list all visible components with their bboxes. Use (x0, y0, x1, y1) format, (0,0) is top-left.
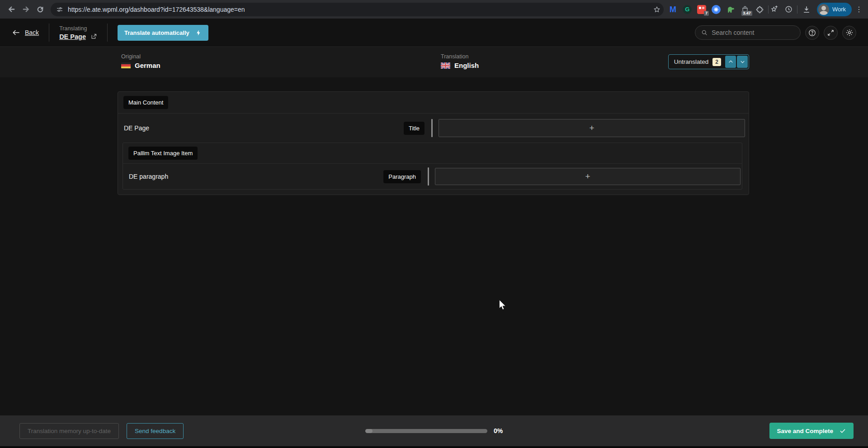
group-chip: Palllm Text Image Item (128, 147, 198, 160)
section-chip: Main Content (123, 96, 168, 109)
translating-block: Translating DE Page (59, 25, 97, 40)
german-flag-icon (121, 62, 131, 69)
search-input[interactable] (712, 29, 794, 36)
add-translation-icon[interactable]: + (585, 172, 590, 181)
search-icon (701, 29, 708, 36)
back-button[interactable]: Back (12, 28, 39, 37)
original-language-name: German (135, 62, 160, 69)
translation-field-paragraph[interactable]: + (435, 168, 741, 185)
history-icon[interactable] (784, 5, 793, 14)
translate-automatically-label: Translate automatically (124, 29, 189, 36)
translation-label: Translation (441, 53, 479, 60)
section-chip-row: Main Content (118, 92, 749, 114)
source-target-divider (428, 167, 429, 186)
browser-toolbar: https://e.ate.wpml.org/dashboard?id=1726… (0, 0, 868, 19)
lightning-bolt-icon (196, 29, 202, 36)
translation-field-title[interactable]: + (439, 119, 745, 137)
question-icon (808, 29, 816, 37)
external-link-icon[interactable] (90, 33, 97, 40)
original-label: Original (121, 53, 160, 60)
check-icon (839, 427, 846, 434)
chevron-down-icon (740, 59, 745, 65)
side-panel-star-icon[interactable] (769, 5, 779, 14)
translation-row-paragraph: DE paragraph Paragraph + (123, 164, 742, 189)
downloads-icon[interactable] (802, 5, 811, 14)
add-translation-icon[interactable]: + (589, 123, 594, 133)
app-header: Back Translating DE Page Translate autom… (0, 19, 868, 47)
arrow-left-icon (12, 28, 21, 37)
extension-badge: 3.47 (741, 11, 752, 16)
language-bar: Original German Translation English U (0, 48, 868, 77)
translation-language-name: English (454, 62, 479, 69)
url-text[interactable]: https://e.ate.wpml.org/dashboard?id=1726… (68, 6, 648, 13)
extension-red-icon[interactable]: 7 (697, 5, 707, 14)
address-bar[interactable]: https://e.ate.wpml.org/dashboard?id=1726… (51, 3, 664, 16)
source-text: DE Page (124, 124, 149, 132)
translate-automatically-button[interactable]: Translate automatically (118, 25, 208, 41)
chevron-up-icon (728, 59, 734, 65)
group-chip-row: Palllm Text Image Item (123, 143, 742, 164)
field-type-chip: Paragraph (383, 170, 421, 183)
browser-forward-icon[interactable] (19, 3, 33, 16)
settings-button[interactable] (842, 26, 856, 40)
back-label: Back (25, 29, 39, 36)
extension-bag-icon[interactable]: 3.47 (741, 5, 750, 14)
browser-reload-icon[interactable] (33, 3, 47, 16)
extension-grammarly-icon[interactable]: G (683, 5, 692, 14)
save-and-complete-label: Save and Complete (777, 428, 833, 434)
translation-row-title: DE Page Title + (118, 114, 749, 143)
help-button[interactable] (805, 26, 819, 40)
header-divider (49, 24, 49, 42)
toolbar-separator (768, 5, 769, 14)
filter-label[interactable]: Untranslated (670, 58, 713, 65)
mouse-cursor (499, 300, 507, 311)
browser-back-icon[interactable] (5, 3, 18, 16)
extension-dino-icon[interactable] (726, 5, 736, 14)
avatar (818, 4, 829, 15)
progress-bar (365, 429, 487, 433)
extensions-puzzle-icon[interactable] (755, 5, 764, 14)
field-type-chip: Title (404, 122, 425, 135)
progress-indicator: 0% (365, 427, 503, 434)
segment-filter[interactable]: Untranslated 2 (668, 54, 749, 69)
progress-percent: 0% (494, 427, 503, 434)
source-target-divider (431, 119, 433, 137)
expand-icon (827, 29, 835, 37)
search-box (695, 25, 801, 40)
fullscreen-button[interactable] (824, 26, 838, 40)
extension-badge: 7 (704, 11, 709, 16)
filter-count-badge: 2 (712, 58, 721, 66)
next-segment-button[interactable] (737, 56, 748, 68)
header-divider (107, 24, 108, 42)
window-bottom-edge (0, 446, 868, 448)
group-card: Palllm Text Image Item DE paragraph Para… (123, 143, 742, 190)
uk-flag-icon (441, 62, 450, 69)
save-and-complete-button[interactable]: Save and Complete (769, 423, 854, 439)
extensions-row: M G 7 3.47 (668, 5, 764, 14)
source-text: DE paragraph (129, 173, 168, 180)
editor-card: Main Content DE Page Title + Palllm Text… (118, 91, 749, 195)
profile-label: Work (832, 6, 846, 13)
translating-label: Translating (59, 25, 97, 32)
bookmark-star-icon[interactable] (653, 5, 661, 14)
send-feedback-button[interactable]: Send feedback (127, 423, 184, 439)
translation-memory-status-button: Translation memory up-to-date (19, 423, 119, 439)
site-settings-icon[interactable] (56, 6, 63, 13)
gear-icon (845, 29, 854, 37)
original-language-block: Original German (121, 53, 160, 69)
browser-profile-button[interactable]: Work (817, 3, 852, 16)
extension-blue-gear-icon[interactable] (712, 5, 721, 14)
toolbar-separator (797, 5, 797, 14)
browser-menu-icon[interactable]: ⋮ (854, 5, 863, 14)
previous-segment-button[interactable] (725, 56, 736, 68)
document-title-link[interactable]: DE Page (59, 33, 86, 40)
footer-bar: Translation memory up-to-date Send feedb… (0, 415, 868, 446)
translation-language-block: Translation English (441, 53, 479, 69)
extension-malwarebytes-icon[interactable]: M (668, 5, 678, 14)
